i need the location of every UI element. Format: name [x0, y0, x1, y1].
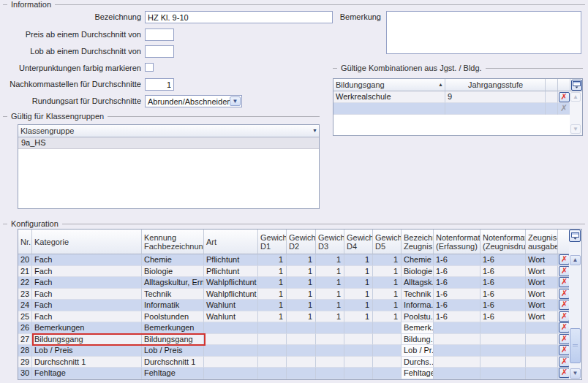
- cell-zeugnis[interactable]: Lob / Pr...: [402, 345, 434, 357]
- column-header-d2[interactable]: GewichtD2: [287, 230, 316, 254]
- cell-d1[interactable]: [258, 357, 287, 368]
- cell-d1[interactable]: 1: [258, 254, 287, 266]
- cell-d2[interactable]: [287, 368, 316, 379]
- cell-bildungsgang[interactable]: Werkrealschule: [333, 91, 445, 103]
- cell-d2[interactable]: [287, 357, 316, 368]
- cell-art[interactable]: Wahlunt: [204, 300, 258, 311]
- cell-nr[interactable]: 30: [18, 368, 32, 379]
- cell-d1[interactable]: 1: [258, 266, 287, 278]
- cell-art[interactable]: [204, 345, 258, 357]
- cell-d1[interactable]: [258, 345, 287, 357]
- cell-ausgabe[interactable]: [526, 322, 558, 334]
- cell-nr[interactable]: 21: [18, 266, 32, 278]
- cell-d4[interactable]: [344, 345, 373, 357]
- cell-art[interactable]: Pflichtunt: [204, 254, 258, 266]
- cell-druck[interactable]: [480, 334, 526, 346]
- delete-row-button[interactable]: ✗: [559, 300, 570, 310]
- cell-ausgabe[interactable]: [526, 368, 558, 379]
- cell-d5[interactable]: [373, 322, 402, 334]
- cell-d5[interactable]: 1: [373, 277, 402, 289]
- cell-ausgabe[interactable]: Wort: [526, 277, 558, 289]
- cell-druck[interactable]: 1-6: [480, 300, 526, 311]
- cell-nr[interactable]: 27: [18, 334, 32, 346]
- cell-art[interactable]: Wahlpflichtunt: [204, 277, 258, 289]
- cell-kategorie[interactable]: Durchschnitt 1: [32, 357, 142, 368]
- cell-d1[interactable]: 1: [258, 289, 287, 300]
- delete-row-button[interactable]: ✗: [559, 368, 570, 378]
- cell-d2[interactable]: 1: [287, 300, 316, 311]
- column-header-zeugnis[interactable]: BezeichnungZeugnis: [402, 230, 434, 254]
- kombinationen-scrollbar[interactable]: ▲ ▼: [570, 91, 582, 135]
- cell-kategorie[interactable]: Fach: [32, 300, 142, 311]
- cell-kennung[interactable]: Informatik: [142, 300, 204, 311]
- cell-d3[interactable]: [316, 322, 344, 334]
- chevron-down-icon[interactable]: ▼: [230, 96, 241, 106]
- cell-kennung[interactable]: Bildungsgang: [142, 334, 204, 346]
- cell-ausgabe[interactable]: Wort: [526, 254, 558, 266]
- cell-d5[interactable]: [373, 334, 402, 346]
- cell-d3[interactable]: [316, 345, 344, 357]
- cell-zeugnis[interactable]: Fehltage: [402, 368, 434, 379]
- column-header-kennung[interactable]: KennungFachbezeichnung: [142, 230, 204, 254]
- cell-d5[interactable]: 1: [373, 254, 402, 266]
- cell-d1[interactable]: 1: [258, 311, 287, 323]
- cell-ausgabe[interactable]: Wort: [526, 289, 558, 300]
- filter-dropdown-icon[interactable]: ▼: [312, 126, 317, 135]
- delete-row-button[interactable]: ✗: [559, 277, 570, 287]
- cell-d1[interactable]: 1: [258, 300, 287, 311]
- cell-nr[interactable]: 22: [18, 277, 32, 289]
- cell-d4[interactable]: [344, 322, 373, 334]
- cell-kategorie[interactable]: Fach: [32, 266, 142, 278]
- cell-kategorie[interactable]: Fach: [32, 289, 142, 300]
- cell-d2[interactable]: 1: [287, 266, 316, 278]
- cell-kennung[interactable]: Bemerkungen: [142, 322, 204, 334]
- cell-druck[interactable]: 1-6: [480, 277, 526, 289]
- cell-d1[interactable]: [258, 334, 287, 346]
- cell-d2[interactable]: 1: [287, 254, 316, 266]
- cell-kategorie[interactable]: Fach: [32, 277, 142, 289]
- cell-kennung[interactable]: Fehltage: [142, 368, 204, 379]
- cell-erfassung[interactable]: [434, 334, 480, 346]
- cell-d2[interactable]: 1: [287, 311, 316, 323]
- cell-erfassung[interactable]: 1-6: [434, 289, 480, 300]
- cell-d5[interactable]: [373, 368, 402, 379]
- cell-kategorie[interactable]: Lob / Preis: [32, 345, 142, 357]
- delete-row-button[interactable]: ✗: [559, 266, 570, 276]
- cell-nr[interactable]: 23: [18, 289, 32, 300]
- delete-row-button[interactable]: ✗: [559, 322, 570, 333]
- column-header-druck[interactable]: Notenformat(Zeugnisdruck): [480, 230, 526, 254]
- cell-zeugnis[interactable]: Bildung...: [402, 334, 434, 346]
- cell-kategorie[interactable]: Fach: [32, 311, 142, 323]
- cell-druck[interactable]: 1-6: [480, 289, 526, 300]
- cell-druck[interactable]: [480, 345, 526, 357]
- cell-d4[interactable]: 1: [344, 277, 373, 289]
- delete-row-button[interactable]: ✗: [559, 357, 570, 367]
- cell-erfassung[interactable]: 1-6: [434, 277, 480, 289]
- cell-kennung[interactable]: Lob / Preis: [142, 345, 204, 357]
- cell-d4[interactable]: [344, 368, 373, 379]
- cell-blank[interactable]: [546, 91, 558, 103]
- delete-row-button[interactable]: ✗: [559, 92, 570, 102]
- cell-ausgabe[interactable]: [526, 357, 558, 368]
- column-header-art[interactable]: Art: [204, 230, 258, 254]
- column-header-erfassung[interactable]: Notenformat(Erfassung): [434, 230, 480, 254]
- cell-druck[interactable]: 1-6: [480, 254, 526, 266]
- delete-row-button[interactable]: ✗: [559, 311, 570, 322]
- cell-d1[interactable]: [258, 322, 287, 334]
- cell-d2[interactable]: [287, 322, 316, 334]
- column-header-d5[interactable]: GewichtD5: [373, 230, 402, 254]
- cell-art[interactable]: [204, 334, 258, 346]
- column-header-d3[interactable]: GewichtD3: [316, 230, 344, 254]
- cell-druck[interactable]: 1-6: [480, 266, 526, 278]
- delete-row-button[interactable]: ✗: [559, 345, 570, 355]
- cell-ausgabe[interactable]: [526, 334, 558, 346]
- cell-d5[interactable]: [373, 357, 402, 368]
- cell-zeugnis[interactable]: Technik: [402, 289, 434, 300]
- cell-erfassung[interactable]: [434, 368, 480, 379]
- bezeichnung-input[interactable]: [145, 11, 333, 23]
- cell-d3[interactable]: 1: [316, 300, 344, 311]
- delete-row-button[interactable]: ✗: [559, 289, 570, 299]
- cell-blank[interactable]: [546, 103, 558, 115]
- column-chooser-button[interactable]: [569, 230, 581, 242]
- column-header-d1[interactable]: GewichtD1: [258, 230, 287, 254]
